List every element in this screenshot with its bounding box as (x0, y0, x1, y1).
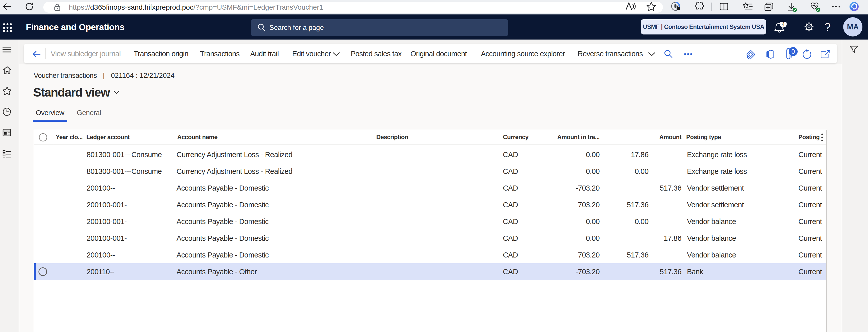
svg-text:4: 4 (782, 22, 785, 27)
svg-text:0: 0 (792, 48, 795, 55)
